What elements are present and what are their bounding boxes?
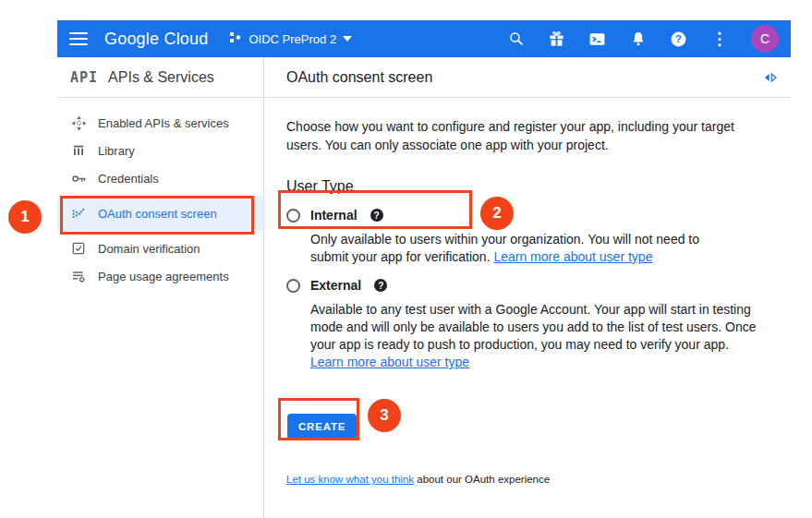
sidebar-item-label: Library	[98, 144, 135, 158]
sidebar-header: API APIs & Services	[57, 57, 264, 97]
external-description-text: Available to any test user with a Google…	[310, 302, 757, 352]
header-row: API APIs & Services OAuth consent screen	[57, 57, 791, 98]
create-button[interactable]: CREATE	[287, 414, 357, 440]
external-radio[interactable]	[286, 279, 300, 293]
sidebar: Enabled APIs & services Library Credenti…	[57, 98, 264, 518]
more-icon[interactable]	[710, 30, 728, 48]
feedback-link[interactable]: Let us know what you think	[286, 474, 414, 485]
feedback-text: about our OAuth experience	[414, 474, 550, 485]
intro-text: Choose how you want to configure and reg…	[286, 117, 744, 154]
library-icon	[70, 142, 87, 159]
external-help-icon[interactable]: ?	[374, 279, 387, 292]
project-selector[interactable]: OIDC PreProd 2	[228, 30, 352, 48]
api-logo: API	[70, 69, 98, 86]
internal-help-icon[interactable]: ?	[370, 209, 383, 222]
sidebar-item-page-usage-agreements[interactable]: Page usage agreements	[57, 262, 263, 290]
notifications-icon[interactable]	[629, 30, 647, 48]
gifts-icon[interactable]	[548, 30, 565, 48]
annotation-step-2: 2	[480, 197, 514, 230]
sidebar-item-label: Page usage agreements	[98, 270, 229, 283]
enabled-apis-icon	[70, 114, 87, 131]
sidebar-item-domain-verification[interactable]: Domain verification	[57, 235, 263, 262]
sidebar-item-label: OAuth consent screen	[98, 207, 217, 221]
search-icon[interactable]	[507, 30, 525, 48]
external-label: External	[310, 278, 361, 293]
domain-verification-icon	[70, 240, 87, 257]
help-icon[interactable]: ?	[670, 30, 687, 48]
project-name: OIDC PreProd 2	[248, 32, 336, 46]
svg-text:?: ?	[675, 33, 682, 44]
sidebar-item-label: Enabled APIs & services	[98, 116, 229, 130]
sidebar-title: APIs & Services	[108, 69, 214, 86]
annotation-step-1: 1	[8, 200, 42, 234]
sidebar-item-enabled-apis[interactable]: Enabled APIs & services	[57, 109, 263, 137]
internal-label: Internal	[310, 208, 358, 223]
sidebar-item-library[interactable]: Library	[57, 137, 263, 164]
key-icon	[70, 170, 87, 187]
oauth-consent-icon	[70, 205, 87, 222]
chevron-down-icon	[343, 36, 352, 42]
external-description: Available to any test user with a Google…	[310, 301, 760, 371]
internal-radio[interactable]	[286, 209, 300, 223]
avatar[interactable]: C	[751, 25, 779, 53]
internal-description: Only available to users within your orga…	[310, 231, 733, 266]
google-cloud-console: Google Cloud OIDC PreProd 2 ?	[57, 20, 791, 518]
menu-icon[interactable]	[69, 32, 88, 45]
cloud-shell-icon[interactable]	[588, 30, 606, 48]
feedback-row: Let us know what you think about our OAu…	[286, 474, 772, 485]
page-usage-icon	[70, 268, 87, 284]
annotation-step-3: 3	[368, 399, 401, 432]
collapse-panel-icon[interactable]	[763, 70, 778, 85]
sidebar-item-label: Credentials	[98, 172, 159, 186]
topbar: Google Cloud OIDC PreProd 2 ?	[57, 20, 791, 57]
internal-option-row: Internal ?	[286, 208, 772, 223]
user-type-heading: User Type	[286, 178, 772, 195]
sidebar-item-label: Domain verification	[98, 242, 200, 256]
main-content: Choose how you want to configure and reg…	[264, 98, 791, 518]
internal-learn-more-link[interactable]: Learn more about user type	[493, 249, 652, 264]
sidebar-item-oauth-consent-screen[interactable]: OAuth consent screen	[57, 196, 263, 231]
page-title: OAuth consent screen	[286, 69, 432, 86]
external-learn-more-link[interactable]: Learn more about user type	[310, 355, 469, 369]
google-cloud-logo: Google Cloud	[104, 30, 208, 49]
project-switcher-icon	[228, 30, 242, 48]
sidebar-item-credentials[interactable]: Credentials	[57, 164, 263, 192]
external-option-row: External ?	[286, 278, 772, 293]
